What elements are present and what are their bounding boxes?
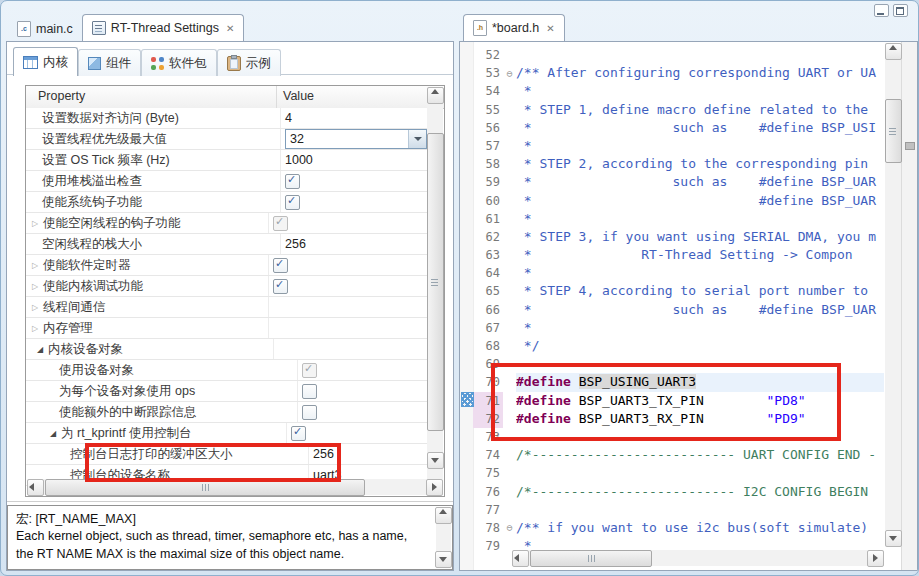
checkbox[interactable] (302, 384, 317, 399)
overview-ruler[interactable] (901, 42, 917, 570)
code-line[interactable]: 75 (460, 464, 884, 482)
value-dropdown[interactable]: 32 (285, 129, 427, 149)
sash-divider[interactable] (7, 501, 453, 502)
annotation-gutter-cell[interactable] (460, 301, 473, 319)
expander-collapsed-icon[interactable]: ▷ (30, 282, 40, 291)
code-text[interactable]: * (516, 210, 884, 228)
overview-marker[interactable] (905, 142, 915, 150)
scroll-left-button[interactable] (27, 479, 44, 496)
table-row[interactable]: 空闲线程的栈大小256 (26, 234, 429, 255)
code-line[interactable]: 76/*-------------------------- I2C CONFI… (460, 483, 884, 501)
code-text[interactable]: /*-------------------------- UART CONFIG… (516, 446, 884, 464)
annotation-gutter-cell[interactable] (460, 319, 473, 337)
close-icon[interactable]: ✕ (546, 23, 554, 34)
annotation-gutter-cell[interactable] (460, 228, 473, 246)
checkbox[interactable] (285, 195, 300, 210)
code-line[interactable]: 60 * #define BSP_UAR (460, 192, 884, 210)
code-text[interactable]: * (516, 319, 884, 337)
code-text[interactable]: * (516, 264, 884, 282)
checkbox[interactable] (291, 426, 306, 441)
scroll-down-button[interactable] (435, 551, 452, 568)
hscroll-thumb[interactable] (530, 550, 652, 567)
scroll-right-button[interactable] (426, 479, 443, 496)
code-line[interactable]: 77 (460, 501, 884, 519)
code-text[interactable] (516, 501, 884, 519)
chevron-down-icon[interactable] (408, 130, 426, 148)
table-row[interactable]: ▷使能空闲线程的钩子功能 (26, 213, 429, 234)
annotation-gutter-cell[interactable] (460, 137, 473, 155)
code-text[interactable]: */ (516, 337, 884, 355)
checkbox[interactable] (273, 258, 288, 273)
tab-main-c[interactable]: .c main.c (8, 17, 82, 41)
annotation-gutter-cell[interactable] (460, 519, 473, 537)
table-row[interactable]: ▷使能内核调试功能 (26, 276, 429, 297)
annotation-gutter-cell[interactable] (460, 410, 473, 428)
subtab-kernel[interactable]: 内核 (13, 47, 78, 76)
code-line[interactable]: 61 * (460, 210, 884, 228)
expander-expanded-icon[interactable]: ◢ (48, 429, 58, 438)
annotation-gutter-cell[interactable] (460, 428, 473, 446)
vscroll-thumb[interactable] (885, 99, 902, 163)
annotation-gutter-cell[interactable] (460, 337, 473, 355)
code-text[interactable]: * STEP 1, define macro define related to… (516, 101, 884, 119)
code-area[interactable]: 5253⊖/** After configuring corresponding… (460, 46, 884, 555)
annotation-gutter-cell[interactable] (460, 501, 473, 519)
table-row[interactable]: 设置 OS Tick 频率 (Hz)1000 (26, 150, 429, 171)
annotation-gutter-cell[interactable] (460, 282, 473, 300)
code-text[interactable]: * such as #define BSP_USI (516, 119, 884, 137)
code-line[interactable]: 59 * such as #define BSP_UAR (460, 173, 884, 191)
subtab-packages[interactable]: 软件包 (141, 49, 217, 76)
annotation-gutter-cell[interactable] (460, 373, 473, 391)
code-text[interactable]: /** if you want to use i2c bus(soft simu… (516, 519, 884, 537)
code-line[interactable]: 55 * STEP 1, define macro define related… (460, 101, 884, 119)
table-row[interactable]: 使能额外的中断跟踪信息 (26, 402, 429, 423)
description-vscrollbar[interactable] (436, 507, 451, 568)
code-line[interactable]: 56 * such as #define BSP_USI (460, 119, 884, 137)
code-line[interactable]: 65 * STEP 4, according to serial port nu… (460, 282, 884, 300)
fold-collapse-icon[interactable]: ⊖ (503, 68, 516, 79)
table-row[interactable]: 使用堆栈溢出检查 (26, 171, 429, 192)
code-editor[interactable]: 5253⊖/** After configuring corresponding… (459, 41, 918, 571)
annotation-gutter-cell[interactable] (460, 192, 473, 210)
checkbox[interactable] (273, 279, 288, 294)
scroll-left-button[interactable] (512, 550, 529, 567)
close-icon[interactable]: ✕ (226, 23, 234, 34)
expander-collapsed-icon[interactable]: ▷ (30, 261, 40, 270)
table-row[interactable]: ▷内存管理 (26, 318, 429, 339)
table-row[interactable]: 设置线程优先级最大值32 (26, 129, 429, 150)
scroll-up-button[interactable] (427, 87, 444, 104)
annotation-gutter-cell[interactable] (460, 246, 473, 264)
table-row[interactable]: 设置数据对齐访问 (Byte)4 (26, 108, 429, 129)
code-text[interactable]: * STEP 4, according to serial port numbe… (516, 282, 884, 300)
tab-board-h[interactable]: .h *board.h ✕ (463, 14, 565, 41)
expander-collapsed-icon[interactable]: ▷ (30, 324, 40, 333)
annotation-gutter-cell[interactable] (460, 537, 473, 555)
annotation-gutter-cell[interactable] (460, 155, 473, 173)
scroll-right-button[interactable] (867, 550, 884, 567)
annotation-gutter-cell[interactable] (460, 355, 473, 373)
fold-collapse-icon[interactable]: ⊖ (503, 522, 516, 533)
code-line[interactable]: 52 (460, 46, 884, 64)
scroll-up-button[interactable] (435, 507, 452, 524)
table-row[interactable]: 为每个设备对象使用 ops (26, 381, 429, 402)
minimize-view-icon[interactable] (874, 4, 889, 17)
annotation-gutter-cell[interactable] (460, 210, 473, 228)
code-text[interactable]: * RT-Thread Setting -> Compon (516, 246, 884, 264)
expander-expanded-icon[interactable]: ◢ (35, 345, 45, 354)
table-row[interactable]: ▷使能软件定时器 (26, 255, 429, 276)
editor-vscrollbar[interactable] (885, 43, 901, 547)
code-text[interactable] (516, 46, 884, 64)
code-text[interactable] (516, 464, 884, 482)
annotation-gutter-cell[interactable] (460, 64, 473, 82)
vscroll-thumb[interactable] (427, 133, 444, 431)
code-line[interactable]: 62 * STEP 3, if you want using SERIAL DM… (460, 228, 884, 246)
scroll-down-button[interactable] (885, 530, 902, 547)
table-row[interactable]: ◢内核设备对象 (26, 339, 429, 360)
checkbox[interactable] (285, 174, 300, 189)
subtab-examples[interactable]: 示例 (217, 49, 281, 76)
table-row[interactable]: ▷线程间通信 (26, 297, 429, 318)
table-row[interactable]: 使用设备对象 (26, 360, 429, 381)
annotation-gutter-cell[interactable] (460, 101, 473, 119)
code-line[interactable]: 67 * (460, 319, 884, 337)
annotation-gutter-cell[interactable] (460, 119, 473, 137)
